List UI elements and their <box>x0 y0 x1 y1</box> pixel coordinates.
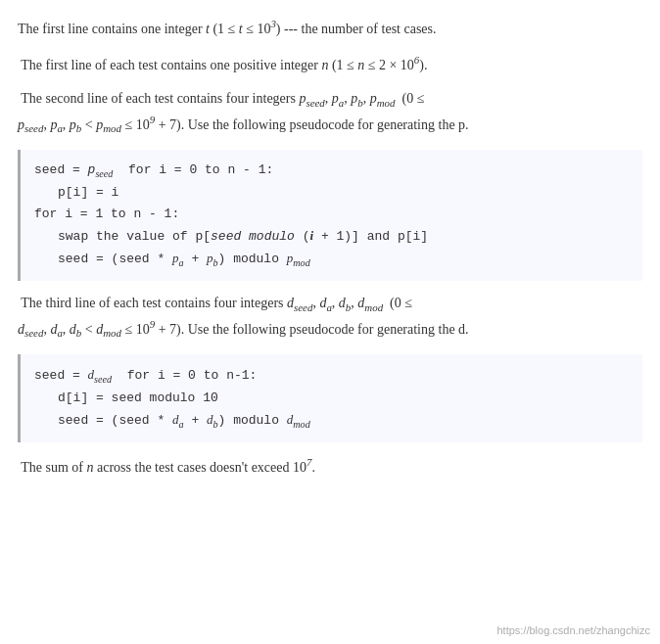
code-line-2: p[i] = i <box>34 182 629 204</box>
code-line-1: seed = pseed for i = 0 to n - 1: <box>34 160 629 182</box>
paragraph-4: The third line of each test contains fou… <box>18 293 642 343</box>
paragraph-5: The sum of n across the test cases doesn… <box>18 454 642 479</box>
code-line-4: swap the value of p[seed modulo (i + 1)]… <box>34 225 629 248</box>
paragraph-3: The second line of each test contains fo… <box>18 88 642 138</box>
paragraph-1: The first line contains one integer t (1… <box>18 16 642 40</box>
code-line-d1: seed = dseed for i = 0 to n-1: <box>34 364 629 388</box>
code-line-d3: seed = (seed * da + db) modulo dmod <box>34 409 629 433</box>
code-line-3: for i = 1 to n - 1: <box>34 204 629 225</box>
paragraph-2: The first line of each test contains one… <box>18 52 642 76</box>
code-line-5: seed = (seed * pa + pb) modulo pmod <box>34 248 629 271</box>
code-line-d2: d[i] = seed modulo 10 <box>34 388 629 409</box>
code-block-1: seed = pseed for i = 0 to n - 1: p[i] = … <box>18 150 642 281</box>
code-block-2: seed = dseed for i = 0 to n-1: d[i] = se… <box>18 354 642 442</box>
watermark: https://blog.csdn.net/zhangchizc <box>496 624 650 636</box>
page-container: The first line contains one integer t (1… <box>0 0 660 644</box>
p1-text: The first line contains one integer t (1… <box>18 22 437 36</box>
